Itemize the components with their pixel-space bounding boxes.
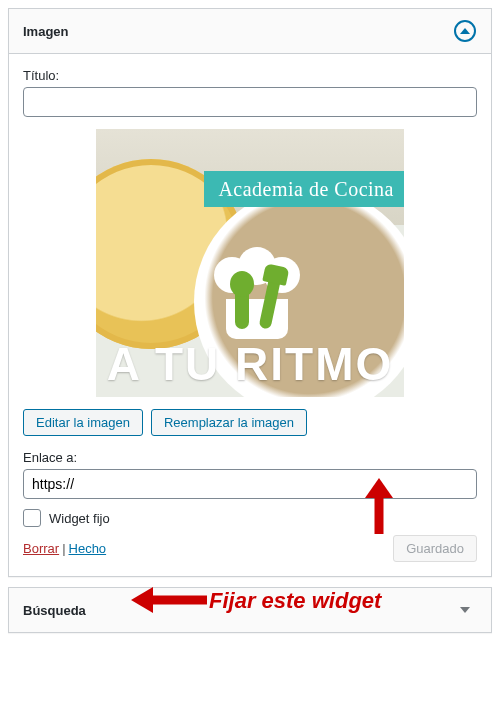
title-label: Título: <box>23 68 477 83</box>
image-caption: A TU RITMO <box>96 337 404 391</box>
search-widget: Búsqueda <box>8 587 492 633</box>
fixed-widget-label: Widget fijo <box>49 511 110 526</box>
link-input[interactable] <box>23 469 477 499</box>
image-buttons: Editar la imagen Reemplazar la imagen <box>23 409 477 436</box>
footer-links: Borrar|Hecho <box>23 541 106 556</box>
widget-title: Búsqueda <box>23 603 86 618</box>
spoon-icon <box>235 283 249 329</box>
replace-image-button[interactable]: Reemplazar la imagen <box>151 409 307 436</box>
delete-link[interactable]: Borrar <box>23 541 59 556</box>
image-banner-text: Academia de Cocina <box>204 171 404 207</box>
widget-body: Título: Academia de Cocina A TU RITMO Ed… <box>9 54 491 576</box>
widget-footer: Borrar|Hecho Guardado <box>23 535 477 562</box>
fixed-widget-row: Widget fijo <box>23 509 477 527</box>
link-field: Enlace a: <box>23 450 477 499</box>
link-label: Enlace a: <box>23 450 477 465</box>
widget-header[interactable]: Imagen <box>9 9 491 54</box>
chevron-up-icon <box>454 20 476 42</box>
title-input[interactable] <box>23 87 477 117</box>
fixed-widget-checkbox[interactable] <box>23 509 41 527</box>
image-preview[interactable]: Academia de Cocina A TU RITMO <box>96 129 404 397</box>
expand-toggle[interactable] <box>453 598 477 622</box>
widget-title: Imagen <box>23 24 69 39</box>
collapse-toggle[interactable] <box>453 19 477 43</box>
chevron-down-icon <box>460 607 470 613</box>
done-link[interactable]: Hecho <box>69 541 107 556</box>
edit-image-button[interactable]: Editar la imagen <box>23 409 143 436</box>
title-field: Título: <box>23 68 477 117</box>
image-widget: Imagen Título: Academia de Cocina A TU R… <box>8 8 492 577</box>
saved-button: Guardado <box>393 535 477 562</box>
widget-header-collapsed[interactable]: Búsqueda <box>9 588 491 632</box>
